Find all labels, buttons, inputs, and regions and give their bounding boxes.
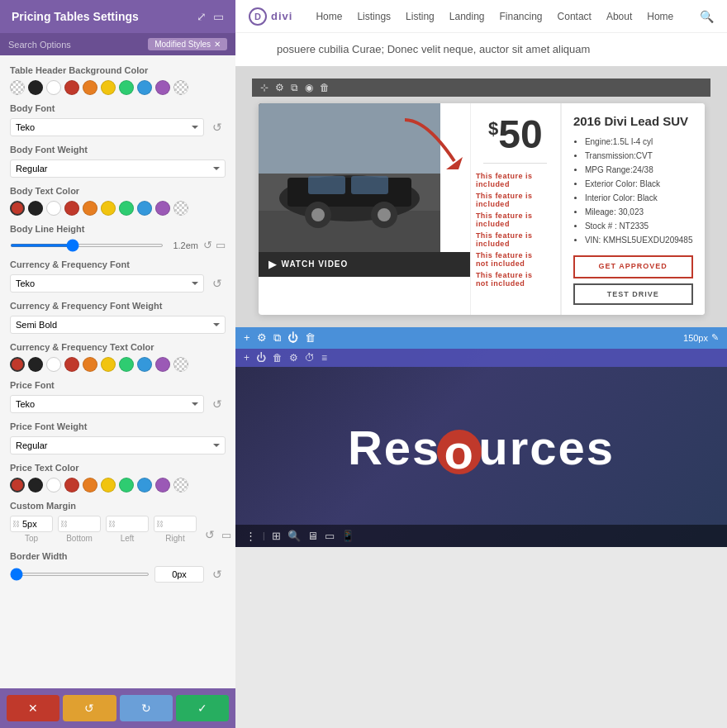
swatch-orange[interactable]	[83, 80, 97, 95]
nav-landing[interactable]: Landing	[449, 11, 485, 22]
currency-font-reset[interactable]: ↺	[209, 275, 226, 292]
swatch-price-green[interactable]	[119, 478, 134, 492]
cs-tool-toggle[interactable]: ◉	[305, 82, 313, 93]
nav-about[interactable]: About	[606, 11, 632, 22]
swatch-transparent[interactable]	[10, 80, 25, 95]
top-tool-add[interactable]: +	[244, 352, 249, 364]
bottom-tool-menu[interactable]: ⋮	[245, 530, 256, 542]
currency-font-weight-select[interactable]: Semi Bold	[10, 316, 226, 334]
swatch-green[interactable]	[119, 80, 134, 95]
swatch-red[interactable]	[64, 80, 79, 95]
cancel-button[interactable]: ✕	[7, 695, 59, 721]
bottom-tool-tablet[interactable]: ▭	[325, 530, 335, 542]
swatch-green2[interactable]	[119, 201, 134, 216]
swatch-cur-active[interactable]	[10, 357, 25, 372]
currency-font-select[interactable]: Teko	[10, 274, 204, 293]
swatch-black2[interactable]	[28, 201, 43, 216]
watch-video-bar[interactable]: ▶ WATCH VIDEO	[259, 252, 470, 277]
price-font-reset[interactable]: ↺	[209, 396, 226, 412]
swatch-purple[interactable]	[155, 80, 170, 95]
swatch-price-white[interactable]	[46, 478, 61, 492]
swatch-custom[interactable]	[173, 80, 188, 95]
nav-contact[interactable]: Contact	[558, 11, 592, 22]
nav-home1[interactable]: Home	[316, 11, 342, 22]
margin-device-icon[interactable]: ▭	[221, 529, 231, 541]
swatch-white2[interactable]	[46, 201, 61, 216]
margin-reset-btn[interactable]: ↺	[202, 526, 218, 543]
body-font-weight-select[interactable]: Regular	[10, 159, 226, 178]
swatch-price-custom[interactable]	[173, 478, 188, 492]
swatch-yellow2[interactable]	[101, 201, 116, 216]
search-icon[interactable]: 🔍	[700, 10, 714, 23]
swatch-price-yellow[interactable]	[101, 478, 116, 492]
swatch-blue2[interactable]	[137, 201, 152, 216]
edit-tool-settings2[interactable]: ⚙	[257, 331, 267, 344]
swatch-price-red[interactable]	[64, 478, 79, 492]
border-width-input[interactable]	[154, 566, 204, 583]
nav-home2[interactable]: Home	[647, 11, 673, 22]
reset-icon[interactable]: ↺	[203, 239, 212, 251]
save-back-button[interactable]: ↻	[120, 695, 173, 721]
cs-tool-settings[interactable]: ⚙	[275, 82, 284, 93]
body-font-reset[interactable]: ↺	[209, 119, 226, 136]
bottom-tool-search[interactable]: 🔍	[287, 530, 301, 542]
modified-styles-close-icon[interactable]: ✕	[214, 40, 221, 49]
swatch-price-purple[interactable]	[155, 478, 170, 492]
swatch-cur-black[interactable]	[28, 357, 43, 372]
swatch-red2[interactable]	[64, 201, 79, 216]
edit-tool-add[interactable]: +	[244, 331, 250, 344]
nav-listings[interactable]: Listings	[357, 11, 391, 22]
save-button[interactable]: ✓	[176, 695, 229, 721]
swatch-purple2[interactable]	[155, 201, 170, 216]
swatch-cur-blue[interactable]	[137, 357, 152, 372]
test-drive-button[interactable]: TEST DRIVE	[573, 283, 693, 305]
swatch-cur-red[interactable]	[64, 357, 79, 372]
swatch-cur-green[interactable]	[119, 357, 134, 372]
swatch-orange2[interactable]	[83, 201, 97, 216]
bottom-tool-desktop[interactable]: 🖥	[307, 530, 318, 542]
swatch-price-orange[interactable]	[83, 478, 97, 492]
body-font-select[interactable]: Teko	[10, 118, 204, 136]
swatch-cur-custom[interactable]	[173, 357, 188, 372]
swatch-black[interactable]	[28, 80, 43, 95]
swatch-price-blue[interactable]	[137, 478, 152, 492]
swatch-yellow[interactable]	[101, 80, 116, 95]
border-width-slider[interactable]	[10, 573, 150, 576]
swatch-cur-white[interactable]	[46, 357, 61, 372]
fullscreen-icon[interactable]: ⤢	[197, 10, 207, 23]
reset-button[interactable]: ↺	[63, 695, 116, 721]
top-tool-timer[interactable]: ⏱	[305, 352, 315, 364]
swatch-custom2[interactable]	[173, 201, 188, 216]
edit-tool-power[interactable]: ⏻	[287, 331, 298, 344]
border-width-reset[interactable]: ↺	[209, 566, 226, 583]
swatch-blue[interactable]	[137, 80, 152, 95]
top-tool-settings[interactable]: ⚙	[289, 352, 298, 364]
price-font-select[interactable]: Teko	[10, 395, 204, 413]
swatch-cur-orange[interactable]	[83, 357, 97, 372]
nav-financing[interactable]: Financing	[500, 11, 543, 22]
cs-tool-duplicate[interactable]: ⧉	[291, 82, 298, 93]
modified-styles-badge[interactable]: Modified Styles ✕	[148, 38, 227, 50]
cs-tool-delete[interactable]: 🗑	[320, 82, 330, 93]
swatch-active-red[interactable]	[10, 201, 25, 216]
swatch-price-black[interactable]	[28, 478, 43, 492]
swatch-price-active[interactable]	[10, 478, 25, 492]
line-height-slider[interactable]	[10, 244, 164, 247]
top-tool-power[interactable]: ⏻	[256, 352, 266, 364]
edit-tool-delete2[interactable]: 🗑	[305, 331, 316, 344]
price-font-weight-select[interactable]: Regular	[10, 436, 226, 454]
nav-listing[interactable]: Listing	[406, 11, 435, 22]
swatch-cur-purple[interactable]	[155, 357, 170, 372]
get-approved-button[interactable]: GET APPROVED	[573, 255, 693, 278]
close-panel-icon[interactable]: ▭	[213, 10, 224, 23]
bottom-tool-grid[interactable]: ⊞	[272, 530, 281, 542]
device-icon[interactable]: ▭	[216, 239, 226, 251]
spacing-edit-icon[interactable]: ✎	[711, 332, 719, 343]
cs-tool-move[interactable]: ⊹	[260, 82, 268, 93]
swatch-white[interactable]	[46, 80, 61, 95]
swatch-cur-yellow[interactable]	[101, 357, 116, 372]
top-tool-delete[interactable]: 🗑	[273, 352, 283, 364]
edit-tool-duplicate2[interactable]: ⧉	[273, 331, 281, 345]
top-tool-bars[interactable]: ≡	[321, 352, 327, 364]
bottom-tool-mobile[interactable]: 📱	[341, 530, 354, 542]
